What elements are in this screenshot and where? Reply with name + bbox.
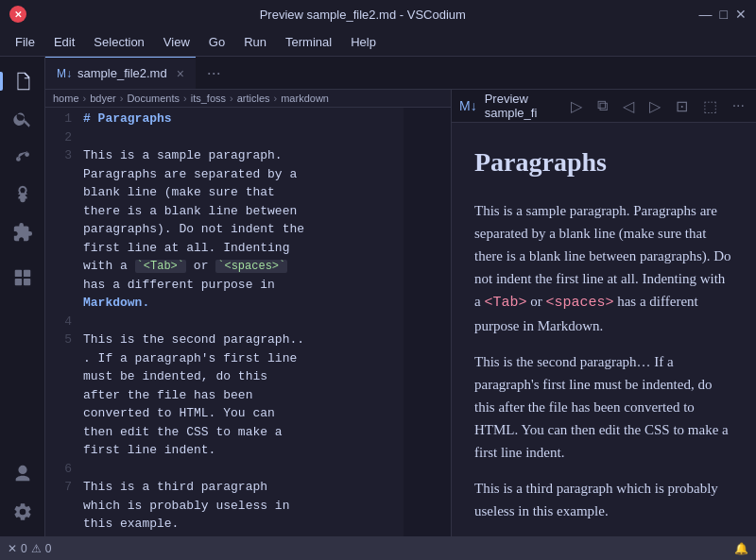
code-content[interactable]: # Paragraphs This is a sample paragraph.… xyxy=(79,108,404,536)
tabs-bar: M↓ sample_file2.md × ··· xyxy=(45,57,756,90)
close-button[interactable]: ✕ xyxy=(735,7,747,22)
warning-icon: ⚠ xyxy=(31,542,42,555)
error-icon: ✕ xyxy=(8,542,17,555)
breadcrumb-home: home xyxy=(53,93,79,104)
account-icon[interactable] xyxy=(6,457,40,491)
title-text: Preview sample_file2.md - VSCodium xyxy=(26,8,699,22)
svg-rect-1 xyxy=(23,270,29,277)
menu-file[interactable]: File xyxy=(8,33,43,51)
code-line-7c: this example. xyxy=(83,515,400,534)
spaces-code: <spaces> xyxy=(545,295,613,311)
maximize-button[interactable]: □ xyxy=(720,7,728,22)
code-line-3i: Markdown. xyxy=(83,294,400,313)
minimize-button[interactable]: — xyxy=(699,7,713,22)
tab-label: sample_file2.md xyxy=(77,66,167,80)
menu-bar: File Edit Selection View Go Run Terminal… xyxy=(0,28,756,57)
preview-paragraph-2: This is the second paragraph… If a parag… xyxy=(474,350,733,464)
settings-icon[interactable] xyxy=(6,495,40,529)
svg-rect-0 xyxy=(14,270,21,277)
files-icon[interactable] xyxy=(6,64,40,98)
svg-rect-3 xyxy=(23,279,29,285)
code-line-6 xyxy=(83,460,400,479)
tab-code: <Tab> xyxy=(484,295,526,311)
extensions-icon[interactable] xyxy=(6,215,40,249)
menu-terminal[interactable]: Terminal xyxy=(278,33,339,51)
preview-copy-icon[interactable]: ⧉ xyxy=(593,95,611,116)
editors-split: home › bdyer › Documents › its_foss › ar… xyxy=(45,90,756,536)
code-line-5d: after the file has been xyxy=(83,386,400,405)
error-count: 0 xyxy=(21,542,27,555)
bell-icon[interactable]: 🔔 xyxy=(734,542,748,555)
tab-icon: M↓ xyxy=(57,67,72,80)
code-line-5g: first line indent. xyxy=(83,441,400,460)
window-icon[interactable]: ✕ xyxy=(9,6,26,23)
svg-rect-2 xyxy=(14,279,21,285)
activity-bottom xyxy=(6,457,40,536)
preview-content[interactable]: Paragraphs This is a sample paragraph. P… xyxy=(452,123,756,536)
menu-selection[interactable]: Selection xyxy=(86,33,151,51)
preview-back-icon[interactable]: ◁ xyxy=(619,95,638,117)
preview-title: Preview sample_fi xyxy=(485,92,559,120)
activity-bar xyxy=(0,57,45,536)
code-line-7a: This is a third paragraph xyxy=(83,478,400,497)
debug-icon[interactable] xyxy=(6,178,40,212)
code-line-7b: which is probably useless in xyxy=(83,497,400,516)
menu-view[interactable]: View xyxy=(156,33,198,51)
source-control-icon[interactable] xyxy=(6,140,40,174)
breadcrumb: home › bdyer › Documents › its_foss › ar… xyxy=(45,90,451,108)
code-pane: home › bdyer › Documents › its_foss › ar… xyxy=(45,90,452,536)
minimap xyxy=(404,108,451,536)
preview-more-icon[interactable]: ··· xyxy=(729,95,748,116)
editor-area: M↓ sample_file2.md × ··· home › bdyer › … xyxy=(45,57,756,536)
warning-count: 0 xyxy=(45,542,52,555)
code-line-5b: . If a paragraph's first line xyxy=(83,349,400,368)
code-line-3f: first line at all. Indenting xyxy=(83,239,400,258)
preview-forward-icon[interactable]: ▷ xyxy=(645,95,664,117)
breadcrumb-articles: articles xyxy=(237,93,270,104)
breadcrumb-markdown: markdown xyxy=(281,93,329,104)
menu-go[interactable]: Go xyxy=(201,33,232,51)
code-line-2 xyxy=(83,128,400,147)
preview-split-icon[interactable]: ⬚ xyxy=(699,95,721,117)
preview-paragraph-3: This is a third paragraph which is proba… xyxy=(474,477,733,522)
menu-edit[interactable]: Edit xyxy=(46,33,82,51)
status-right: 🔔 xyxy=(734,542,748,555)
main-layout: M↓ sample_file2.md × ··· home › bdyer › … xyxy=(0,57,756,536)
breadcrumb-bdyer: bdyer xyxy=(90,93,116,104)
file-tab[interactable]: M↓ sample_file2.md × xyxy=(45,57,196,89)
code-line-3h: has a different purpose in xyxy=(83,276,400,295)
preview-open-side-icon[interactable]: ⊡ xyxy=(672,95,692,117)
remote-icon[interactable] xyxy=(6,261,40,295)
code-line-3g: with a `<Tab>` or `<spaces>` xyxy=(83,257,400,276)
code-line-4 xyxy=(83,313,400,331)
title-bar: ✕ Preview sample_file2.md - VSCodium — □… xyxy=(0,0,756,28)
status-errors[interactable]: ✕ 0 ⚠ 0 xyxy=(8,542,51,555)
code-editor[interactable]: 1 2 3 4 5 xyxy=(45,108,451,536)
status-bar: ✕ 0 ⚠ 0 🔔 xyxy=(0,536,756,560)
search-icon[interactable] xyxy=(6,102,40,136)
code-line-3d: there is a blank line between xyxy=(83,202,400,221)
breadcrumb-its-foss: its_foss xyxy=(191,93,226,104)
menu-help[interactable]: Help xyxy=(343,33,384,51)
code-line-5e: converted to HTML. You can xyxy=(83,404,400,423)
code-line-3b: Paragraphs are separated by a xyxy=(83,165,400,184)
breadcrumb-documents: Documents xyxy=(127,93,180,104)
code-line-5f: then edit the CSS to make a xyxy=(83,423,400,442)
preview-tabs: M↓ Preview sample_fi ▷ ⧉ ◁ ▷ ⊡ ⬚ ··· xyxy=(452,90,756,123)
code-line-3e: paragraphs). Do not indent the xyxy=(83,220,400,239)
code-line-3c: blank line (make sure that xyxy=(83,183,400,202)
preview-open-source-icon[interactable]: ▷ xyxy=(567,95,586,117)
preview-pane: M↓ Preview sample_fi ▷ ⧉ ◁ ▷ ⊡ ⬚ ··· Par… xyxy=(452,90,756,536)
line-numbers: 1 2 3 4 5 xyxy=(45,108,79,536)
window-controls: — □ ✕ xyxy=(699,7,747,22)
tab-close-button[interactable]: × xyxy=(177,66,184,81)
code-line-5a: This is the second paragraph.. xyxy=(83,331,400,349)
menu-run[interactable]: Run xyxy=(236,33,274,51)
preview-file-icon: M↓ xyxy=(459,98,477,113)
code-line-1: # Paragraphs xyxy=(83,110,400,128)
code-line-5c: must be indented, do this xyxy=(83,367,400,386)
preview-heading: Paragraphs xyxy=(474,142,733,184)
tab-more-button[interactable]: ··· xyxy=(199,57,229,89)
code-line-3a: This is a sample paragraph. xyxy=(83,146,400,165)
preview-paragraph-1: This is a sample paragraph. Paragraphs a… xyxy=(474,199,733,337)
